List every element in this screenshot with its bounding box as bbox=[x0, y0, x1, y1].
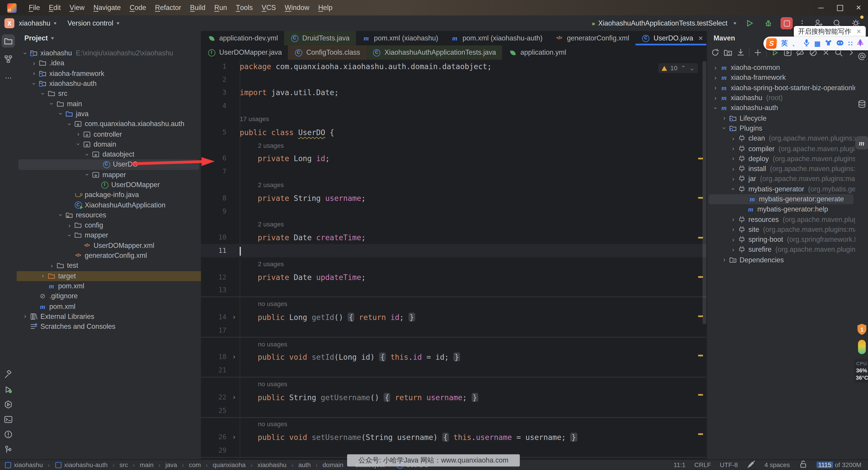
usages-inlay[interactable]: 2 usages bbox=[240, 221, 284, 227]
usages-inlay[interactable]: no usages bbox=[240, 381, 287, 387]
line-separator[interactable]: CRLF bbox=[694, 462, 711, 468]
maven-tree-item[interactable]: mmybatis-generator:generate bbox=[709, 194, 854, 204]
breadcrumb-item[interactable]: quanxiaoha bbox=[213, 462, 246, 468]
chevron-expanded-icon[interactable]: › bbox=[22, 49, 28, 57]
tab-pom-xml-xiaohashu-[interactable]: mpom.xml (xiaohashu) bbox=[356, 31, 444, 45]
chevron-expanded-icon[interactable]: › bbox=[31, 80, 37, 88]
more-tools-icon[interactable]: ⋯ bbox=[2, 71, 15, 84]
project-tree-item[interactable]: ›xiaohashu-auth bbox=[17, 79, 201, 89]
chevron-collapsed-icon[interactable]: › bbox=[729, 135, 737, 142]
chevron-expanded-icon[interactable]: › bbox=[40, 90, 46, 98]
build-tool-icon[interactable] bbox=[2, 368, 15, 381]
breadcrumb-item[interactable]: main bbox=[140, 462, 153, 468]
code-line[interactable]: 4 bbox=[201, 99, 707, 112]
usages-inlay[interactable]: no usages bbox=[240, 421, 287, 427]
menu-code[interactable]: Code bbox=[125, 0, 151, 15]
code-line[interactable]: 17 bbox=[201, 324, 707, 337]
structure-tool-icon[interactable] bbox=[2, 53, 15, 66]
code-line[interactable]: 3import java.util.Date; bbox=[201, 86, 707, 99]
breadcrumb-item[interactable]: domain bbox=[322, 462, 343, 468]
menu-vcs[interactable]: VCS bbox=[257, 0, 280, 15]
maven-tree-item[interactable]: ›mxiaoha-spring-boot-starter-biz-operati… bbox=[707, 83, 855, 93]
maven-tree-item[interactable]: ›mxiaohashu(root) bbox=[707, 93, 855, 103]
maven-tree-item[interactable]: ›site(org.apache.maven.plugins:maven bbox=[707, 225, 855, 235]
chevron-collapsed-icon[interactable]: › bbox=[729, 166, 737, 172]
tab-userdo-java[interactable]: CUserDO.java✕ bbox=[636, 31, 710, 45]
usages-inlay[interactable]: 2 usages bbox=[240, 182, 284, 188]
chevron-expanded-icon[interactable]: › bbox=[66, 231, 72, 240]
project-tree-item[interactable]: ›dataobject bbox=[17, 149, 201, 159]
game-icon[interactable] bbox=[837, 39, 844, 47]
code-line[interactable]: 2 bbox=[201, 73, 707, 86]
project-tree-item[interactable]: ›src bbox=[17, 89, 201, 99]
code-line[interactable]: 2 usages bbox=[201, 218, 707, 231]
menu-edit[interactable]: Edit bbox=[44, 0, 65, 15]
project-tree-item[interactable]: ⊘.gitignore bbox=[17, 291, 201, 301]
maven-tree-item[interactable]: ›jar(org.apache.maven.plugins:maven- bbox=[707, 174, 855, 184]
project-tool-icon[interactable] bbox=[2, 34, 15, 48]
project-tree-item[interactable]: ›resources bbox=[17, 210, 201, 220]
project-tree-item[interactable]: ›mapper bbox=[17, 230, 201, 241]
maven-tree-item[interactable]: ›compiler(org.apache.maven.plugins:m bbox=[707, 144, 855, 154]
code-line[interactable]: 17 usages bbox=[201, 113, 707, 126]
menu-tools[interactable]: Tools bbox=[231, 0, 257, 15]
usages-inlay[interactable]: 2 usages bbox=[240, 142, 284, 149]
keyboard-icon[interactable]: ▦ bbox=[814, 39, 820, 47]
code-line[interactable]: 26› public void setUsername(String usern… bbox=[201, 431, 707, 444]
project-tree-item[interactable]: package-info.java bbox=[17, 190, 201, 200]
chevron-expanded-icon[interactable]: › bbox=[58, 211, 64, 219]
file-encoding[interactable]: UTF-8 bbox=[720, 462, 738, 468]
tab-configtools-class[interactable]: CConfigTools.class bbox=[288, 45, 366, 60]
close-icon[interactable]: ✕ bbox=[698, 35, 704, 42]
maven-tree-item[interactable]: ›Plugins bbox=[707, 123, 855, 133]
code-line[interactable]: 2 usages bbox=[201, 139, 707, 152]
tab-userdomapper-java[interactable]: IUserDOMapper.java bbox=[201, 45, 288, 60]
maven-tree-item[interactable]: ›Lifecycle bbox=[707, 113, 855, 123]
project-tree-item[interactable]: CUserDO bbox=[18, 159, 199, 170]
chevron-collapsed-icon[interactable]: › bbox=[720, 115, 728, 121]
tab-pom-xml-xiaohashu-auth-[interactable]: mpom.xml (xiaohashu-auth) bbox=[444, 31, 549, 45]
code-line[interactable]: 5public class UserDO { bbox=[201, 126, 707, 139]
project-tree-item[interactable]: mpom.xml bbox=[17, 301, 201, 311]
chevron-collapsed-icon[interactable]: › bbox=[30, 70, 38, 76]
project-tree-item[interactable]: </>generatorConfig.xml bbox=[17, 251, 201, 261]
chevron-collapsed-icon[interactable]: › bbox=[30, 60, 38, 66]
breadcrumb-item[interactable]: com bbox=[189, 462, 201, 468]
project-tree-item[interactable]: ›.idea bbox=[17, 58, 201, 68]
usages-inlay[interactable]: no usages bbox=[240, 301, 287, 307]
code-line[interactable]: no usages bbox=[201, 378, 707, 391]
pen-icon[interactable] bbox=[857, 39, 864, 48]
project-tree-item[interactable]: CXiaohashuAuthApplication bbox=[17, 200, 201, 210]
sogou-input-bar[interactable]: S 英 、 ▦ ∷ bbox=[763, 37, 868, 51]
code-line[interactable]: 22› public String getUsername() { return… bbox=[201, 391, 707, 404]
tooltip-close-icon[interactable]: ✕ bbox=[856, 28, 862, 35]
project-tree-item[interactable]: mpom.xml bbox=[17, 281, 201, 291]
chevron-collapsed-icon[interactable]: › bbox=[711, 65, 720, 71]
breadcrumb-item[interactable]: xiaohashu-auth bbox=[55, 461, 107, 469]
code-line[interactable]: no usages bbox=[201, 417, 707, 431]
project-tree-item[interactable]: ›main bbox=[17, 99, 201, 109]
fold-icon[interactable]: › bbox=[228, 314, 240, 320]
project-panel-header[interactable]: Project▼ bbox=[17, 31, 201, 45]
project-tree-item[interactable]: ›test bbox=[17, 261, 201, 271]
project-tree-item[interactable]: </>UserDOMapper.xml bbox=[17, 241, 201, 251]
debug-button[interactable] bbox=[762, 17, 775, 30]
chevron-collapsed-icon[interactable]: › bbox=[729, 247, 737, 253]
chevron-collapsed-icon[interactable]: › bbox=[711, 95, 720, 101]
maximize-button[interactable] bbox=[830, 0, 849, 15]
chevron-expanded-icon[interactable]: › bbox=[730, 185, 736, 193]
maven-plus-icon[interactable] bbox=[752, 46, 764, 59]
fold-icon[interactable]: › bbox=[228, 394, 240, 400]
usages-inlay[interactable]: no usages bbox=[240, 341, 287, 347]
maven-tree-item[interactable]: ›surefire(org.apache.maven.plugins:ma bbox=[707, 245, 855, 255]
chevron-collapsed-icon[interactable]: › bbox=[720, 257, 728, 263]
chevron-collapsed-icon[interactable]: › bbox=[711, 85, 720, 91]
project-tree-item[interactable]: ›domain bbox=[17, 139, 201, 149]
tab-application-yml[interactable]: application.yml bbox=[502, 45, 572, 60]
maven-tree-item[interactable]: ›clean(org.apache.maven.plugins:mave bbox=[707, 133, 855, 144]
code-line[interactable]: 2 usages bbox=[201, 257, 707, 271]
usages-inlay[interactable]: 2 usages bbox=[240, 260, 284, 267]
breadcrumb-item[interactable]: xiaohashu bbox=[257, 462, 286, 468]
maven-tree-item[interactable]: ›install(org.apache.maven.plugins:mav bbox=[707, 164, 855, 174]
breadcrumb-item[interactable]: auth bbox=[298, 462, 311, 468]
